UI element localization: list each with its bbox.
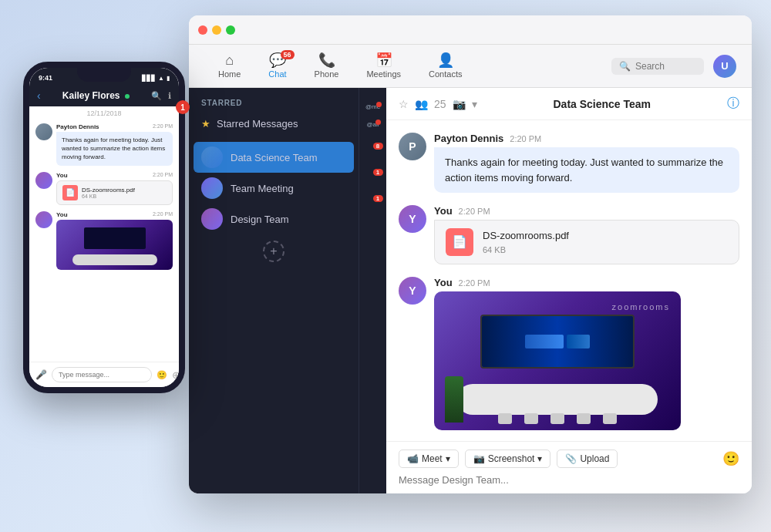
msg-meta-1: Payton Dennis 2:20 PM — [434, 133, 739, 144]
zoom-room-image: zoomrooms — [434, 291, 681, 430]
meet-dropdown-icon: ▾ — [446, 453, 450, 464]
msg-content-2: You 2:20 PM 📄 DS-zoomrooms.pdf 64 KB — [434, 205, 739, 264]
home-icon: ⌂ — [225, 53, 234, 67]
chat-info-button[interactable]: ⓘ — [727, 96, 739, 112]
sidebar-contact-team-meeting[interactable]: Team Meeting — [189, 173, 359, 204]
messages-area: P Payton Dennis 2:20 PM Thanks again for… — [386, 120, 752, 441]
phone-add-icon[interactable]: ⊕ — [172, 369, 180, 381]
phone-msg-inner-1: Payton Dennis 2:20 PM Thanks again for m… — [56, 123, 173, 166]
phone-avatar-payton — [35, 123, 52, 140]
user-avatar[interactable]: U — [713, 55, 736, 78]
nav-tab-chat[interactable]: 💬 Chat 56 — [254, 49, 300, 83]
phone-emoji-icon[interactable]: 🙂 — [157, 370, 167, 380]
msg-sender-2: You — [434, 205, 453, 217]
msg-time-1: 2:20 PM — [510, 134, 541, 143]
nav-bar: ⌂ Home 💬 Chat 56 📞 Phone 📅 Meetings 👤 Co… — [189, 45, 752, 88]
msg-bubble-1: Thanks again for meeting today. Just wan… — [434, 147, 739, 193]
add-contact-button[interactable]: + — [263, 241, 284, 262]
message-row-1: P Payton Dennis 2:20 PM Thanks again for… — [399, 133, 739, 193]
upload-label: Upload — [580, 453, 609, 464]
phone-message-input[interactable] — [52, 367, 152, 382]
nav-tab-phone-label: Phone — [315, 69, 339, 79]
sidebar-item-starred[interactable]: ★ Starred Messages — [189, 112, 359, 136]
meet-button[interactable]: 📹 Meet ▾ — [399, 450, 459, 468]
file-name: DS-zoomrooms.pdf — [483, 228, 569, 244]
nav-tab-home[interactable]: ⌂ Home — [204, 49, 254, 83]
phone-date-divider: 12/11/2018 — [29, 106, 179, 120]
nav-tab-contacts[interactable]: 👤 Contacts — [415, 49, 476, 83]
phone-bubble-1: Thanks again for meeting today. Just wan… — [56, 132, 173, 166]
phone-back-button[interactable]: ‹ — [37, 89, 41, 102]
file-size: 64 KB — [483, 244, 569, 257]
nav-tab-meetings[interactable]: 📅 Meetings — [352, 49, 415, 83]
search-box[interactable]: 🔍 — [611, 58, 704, 75]
dropdown-icon[interactable]: ▾ — [472, 98, 477, 110]
minimize-button[interactable] — [212, 25, 221, 35]
chat-header: ☆ 👥 25 📷 ▾ Data Science Team ⓘ — [386, 88, 752, 120]
chat-area: ☆ 👥 25 📷 ▾ Data Science Team ⓘ P Payton … — [386, 88, 752, 493]
phone-img-table — [72, 254, 157, 265]
nav-tab-phone[interactable]: 📞 Phone — [301, 49, 353, 83]
contact-avatar-tm — [201, 177, 223, 199]
nav-tab-meetings-label: Meetings — [366, 69, 401, 79]
mobile-phone: 9:41 ▊▊▊ ▲ ▮ ‹ Kailey Flores 🔍 ℹ 12/11/2… — [23, 62, 185, 393]
message-input[interactable] — [399, 474, 739, 486]
screenshot-button[interactable]: 📷 Screenshot ▾ — [465, 450, 551, 468]
phone-file-size: 64 KB — [82, 194, 135, 199]
upload-button[interactable]: 📎 Upload — [557, 450, 618, 468]
strip-item-badge2[interactable]: 1 — [365, 171, 381, 187]
phone-screen: 9:41 ▊▊▊ ▲ ▮ ‹ Kailey Flores 🔍 ℹ 12/11/2… — [29, 68, 179, 387]
search-input[interactable] — [635, 61, 697, 72]
strip-badge-3: 1 — [373, 195, 383, 202]
msg-content-3: You 2:20 PM — [434, 277, 739, 430]
chat-input-area: 📹 Meet ▾ 📷 Screenshot ▾ 📎 Upload 🙂 — [386, 441, 752, 493]
strip-item-badge1[interactable]: 8 — [365, 145, 381, 160]
strip-dot-all — [375, 120, 381, 125]
sidebar-starred-label: Starred Messages — [217, 118, 298, 130]
message-row-2: Y You 2:20 PM 📄 DS-zoomrooms.pdf 64 KB — [399, 205, 739, 264]
plant-decoration — [445, 376, 463, 423]
upload-icon: 📎 — [565, 453, 577, 464]
signal-icon: ▊▊▊ — [142, 75, 156, 82]
msg-meta-2: You 2:20 PM — [434, 205, 739, 217]
phone-avatar-you-1 — [35, 172, 52, 189]
msg-avatar-you-2: Y — [399, 277, 426, 305]
strip-item-badge3[interactable]: 1 — [365, 197, 381, 213]
chat-badge: 56 — [281, 50, 295, 59]
screenshot-dropdown-icon: ▾ — [537, 453, 542, 464]
video-icon[interactable]: 📷 — [453, 98, 466, 110]
phone-tab-icon: 📞 — [318, 53, 335, 67]
nav-tab-contacts-label: Contacts — [429, 69, 462, 79]
online-indicator — [125, 94, 130, 99]
chair-3 — [550, 413, 564, 424]
close-button[interactable] — [198, 25, 207, 35]
sidebar-contact-design-team[interactable]: Design Team — [189, 204, 359, 234]
chair-4 — [577, 413, 591, 424]
phone-info-icon[interactable]: ℹ — [168, 91, 171, 101]
phone-mic-icon[interactable]: 🎤 — [35, 369, 47, 380]
chair-1 — [498, 413, 512, 424]
phone-sender-2: You — [56, 172, 68, 179]
msg-time-3: 2:20 PM — [459, 278, 490, 288]
emoji-button[interactable]: 🙂 — [722, 450, 739, 467]
msg-avatar-payton: P — [399, 133, 426, 160]
meet-label: Meet — [422, 453, 443, 464]
screenshot-icon: 📷 — [473, 453, 485, 464]
strip-item-all[interactable]: @all — [366, 121, 379, 128]
phone-message-2: You 2:20 PM 📄 DS-zoomrooms.pdf 64 KB — [35, 172, 173, 205]
strip-badge-1: 8 — [373, 143, 383, 150]
strip-item-me[interactable]: @me — [365, 103, 380, 110]
nav-tab-chat-label: Chat — [268, 69, 286, 79]
phone-sender-1: Payton Dennis — [56, 123, 99, 130]
sidebar-contact-data-science[interactable]: Data Science Team — [194, 142, 354, 173]
bookmark-icon[interactable]: ☆ — [399, 98, 409, 110]
search-icon: 🔍 — [619, 61, 631, 72]
phone-search-icon[interactable]: 🔍 — [151, 91, 162, 101]
main-area: STARRED ★ Starred Messages Data Science … — [189, 88, 752, 493]
phone-msg-meta-1: Payton Dennis 2:20 PM — [56, 123, 173, 130]
sidebar-section-starred: STARRED — [189, 88, 359, 112]
maximize-button[interactable] — [226, 25, 235, 35]
phone-msg-meta-2: You 2:20 PM — [56, 172, 173, 179]
msg-sender-1: Payton Dennis — [434, 133, 503, 144]
msg-file-bubble: 📄 DS-zoomrooms.pdf 64 KB — [434, 220, 739, 264]
